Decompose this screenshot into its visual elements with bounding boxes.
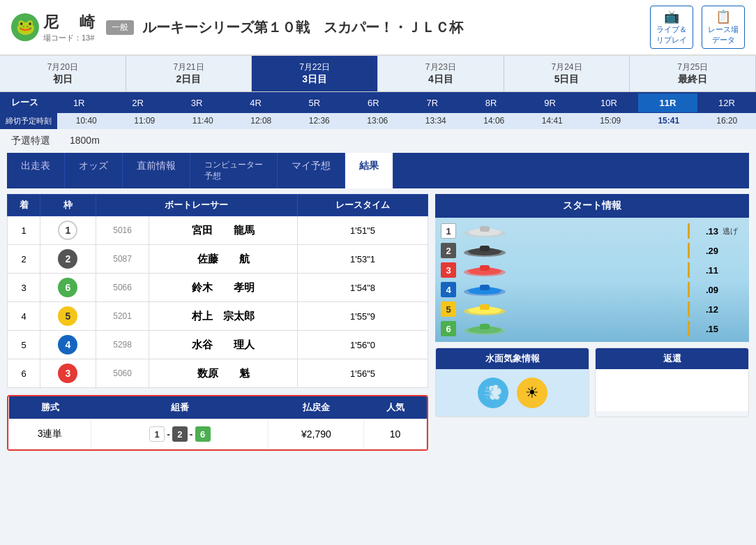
tab-entry[interactable]: 出走表 [7,153,65,188]
svg-rect-5 [480,265,490,271]
live-replay-label2: リプレイ [656,35,687,45]
col-lane: 枠 [40,195,96,216]
racer-name-3: 鈴木 孝明 [149,274,298,302]
table-row: 6 3 5060 数原 魁 1'56"5 [8,359,428,388]
time-4r: 12:08 [232,113,291,129]
col-racer: ボートレーサー [96,195,297,216]
racer-name-1: 宮田 龍馬 [149,216,298,245]
day-tab-6[interactable]: 7月25日 最終日 [630,56,756,91]
tab-computer[interactable]: コンピューター予想 [190,153,278,188]
race-11r[interactable]: 11R [638,94,697,112]
start-row-5: 5 .12 [441,301,743,317]
day-tab-1[interactable]: 7月20日 初日 [0,56,126,91]
racer-name-2: 佐藤 航 [149,245,298,274]
race-12r[interactable]: 12R [697,94,756,112]
start-time-2: .29 [694,246,718,256]
lane-badge-4: 4 [441,282,456,297]
racetime-3: 1'54"8 [298,274,428,302]
day-date-3: 7月22日 [255,61,375,73]
race-2r[interactable]: 2R [108,94,167,112]
day-tab-5[interactable]: 7月24日 5日目 [504,56,630,91]
boat-svg-1 [460,223,509,239]
live-replay-button[interactable]: 📺 ライブ＆ リプレイ [650,6,693,49]
lane-badge-3: 3 [441,262,456,278]
race-3r[interactable]: 3R [167,94,226,112]
day-label-2: 2日目 [129,73,249,86]
day-tab-2[interactable]: 7月21日 2日目 [126,56,252,91]
race-1r[interactable]: 1R [50,94,108,112]
data-icon: 📋 [716,9,731,24]
venue-data-label2: データ [712,35,735,45]
main-content: 出走表 オッズ 直前情報 コンピューター予想 マイ予想 結果 着 枠 ボートレー… [0,153,756,458]
start-line-6 [688,321,690,336]
lane-4: 5 [40,302,96,331]
tab-prerace[interactable]: 直前情報 [123,153,190,188]
day-label-4: 4日目 [381,73,501,86]
day-tabs: 7月20日 初日 7月21日 2日目 7月22日 3日目 7月23日 4日目 7… [0,56,756,92]
race-type-label: 予選特選 1800m [11,135,100,146]
start-line-2 [688,243,690,258]
racer-num-1: 5016 [96,216,149,245]
day-date-5: 7月24日 [507,61,627,73]
start-time-3: .11 [694,265,718,276]
start-row-2: 2 .29 [441,243,743,258]
combo-badge: 1 - 2 - 6 [149,426,210,442]
race-selector-row: レース 1R 2R 3R 4R 5R 6R 7R 8R 9R 10R 11R 1… [0,92,756,113]
info-line: 予選特選 1800m [0,129,756,153]
live-replay-label: ライブ＆ [656,24,687,35]
payout-amount: ¥2,790 [269,419,364,449]
tv-icon: 📺 [664,9,679,24]
racetime-4: 1'55"9 [298,302,428,331]
start-rows-container: 1 .13 逃げ [441,223,743,336]
weather-returns-row: 水面気象情報 💨 ☀ 返還 [435,348,749,417]
time-9r: 14:41 [523,113,582,129]
day-tab-3[interactable]: 7月22日 3日目 [252,56,378,91]
race-5r[interactable]: 5R [285,94,344,112]
racer-name-5: 水谷 理人 [149,331,298,359]
right-panel: スタート情報 1 [435,194,749,451]
payout-area: 勝式 組番 払戻金 人気 3連単 1 - [7,395,428,451]
racer-name-6: 数原 魁 [149,359,298,388]
boat-area-5 [460,301,683,317]
start-info-box: スタート情報 1 [435,194,749,342]
day-date-1: 7月20日 [3,61,123,73]
rank-1: 1 [8,216,40,245]
tab-result[interactable]: 結果 [345,153,393,188]
race-10r[interactable]: 10R [580,94,638,112]
tab-bar: 出走表 オッズ 直前情報 コンピューター予想 マイ予想 結果 [7,153,749,188]
race-9r[interactable]: 9R [520,94,579,112]
day-tab-4[interactable]: 7月23日 4日目 [378,56,504,91]
start-line-1 [688,223,690,239]
lane-3: 6 [40,274,96,302]
lane-badge-2: 2 [441,243,456,258]
start-row-3: 3 .11 [441,262,743,278]
tab-mypick[interactable]: マイ予想 [278,153,345,188]
table-row: 3 6 5066 鈴木 孝明 1'54"8 [8,274,428,302]
combo-6: 6 [195,426,211,442]
race-label: レース [0,92,50,113]
start-line-5 [688,301,690,317]
race-8r[interactable]: 8R [462,94,520,112]
payout-combo: 1 - 2 - 6 [91,419,269,449]
race-7r[interactable]: 7R [403,94,462,112]
day-date-4: 7月23日 [381,61,501,73]
racetime-1: 1'51"5 [298,216,428,245]
svg-rect-7 [480,285,490,290]
racetime-2: 1'53"1 [298,245,428,274]
venue-data-button[interactable]: 📋 レース場 データ [702,6,745,49]
lane-1: 1 [40,216,96,245]
rank-2: 2 [8,245,40,274]
race-6r[interactable]: 6R [344,94,402,112]
time-11r: 15:41 [640,113,698,129]
racetime-5: 1'56"0 [298,331,428,359]
col-rank: 着 [8,195,40,216]
race-4r[interactable]: 4R [226,94,285,112]
start-row-4: 4 .09 [441,282,743,297]
start-time-4: .09 [694,285,718,295]
lane-badge-6: 6 [441,321,456,336]
tab-odds[interactable]: オッズ [65,153,123,188]
race-title: ルーキーシリーズ第１０戦 スカパー！・ＪＬＣ杯 [142,18,650,37]
time-10r: 15:09 [582,113,640,129]
returns-box: 返還 [595,348,749,417]
venue-name: 尼 崎 [43,12,98,33]
